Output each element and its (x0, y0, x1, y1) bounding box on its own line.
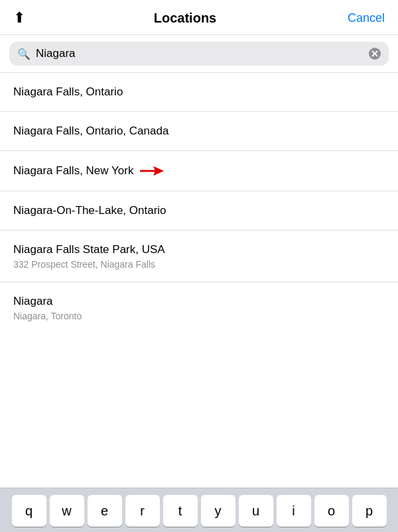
list-item[interactable]: Niagara Falls, Ontario (0, 73, 398, 112)
location-arrow-icon[interactable]: ⬆ (13, 9, 25, 27)
list-item[interactable]: NiagaraNiagara, Toronto (0, 282, 398, 333)
results-list: Niagara Falls, OntarioNiagara Falls, Ont… (0, 73, 398, 488)
result-main-text: Niagara-On-The-Lake, Ontario (13, 203, 385, 218)
search-bar: 🔍 (9, 42, 389, 66)
key-e[interactable]: e (88, 495, 122, 527)
key-t[interactable]: t (163, 495, 198, 527)
search-icon: 🔍 (17, 48, 31, 60)
list-item[interactable]: Niagara-On-The-Lake, Ontario (0, 191, 398, 231)
key-w[interactable]: w (50, 495, 84, 527)
key-u[interactable]: u (239, 495, 273, 527)
search-input[interactable] (36, 47, 364, 60)
header: ⬆ Locations Cancel (0, 0, 398, 35)
page-title: Locations (25, 11, 345, 26)
key-p[interactable]: p (352, 495, 387, 527)
arrow-icon (140, 163, 164, 179)
list-item[interactable]: Niagara Falls, Ontario, Canada (0, 112, 398, 151)
result-main-text: Niagara Falls, Ontario (13, 85, 385, 99)
result-sub-text: Niagara, Toronto (13, 311, 385, 321)
clear-search-button[interactable] (369, 48, 381, 60)
result-main-text: Niagara Falls, New York (13, 163, 385, 179)
keyboard-row: qwertyuiop (3, 495, 395, 527)
key-y[interactable]: y (201, 495, 235, 527)
cancel-button[interactable]: Cancel (345, 11, 385, 25)
search-bar-container: 🔍 (0, 35, 398, 73)
key-o[interactable]: o (314, 495, 349, 527)
list-item[interactable]: Niagara Falls State Park, USA332 Prospec… (0, 231, 398, 282)
key-q[interactable]: q (12, 495, 46, 527)
result-main-text: Niagara Falls State Park, USA (13, 242, 385, 257)
list-item[interactable]: Niagara Falls, New York (0, 151, 398, 191)
keyboard: qwertyuiop (0, 488, 398, 532)
key-i[interactable]: i (277, 495, 311, 527)
result-main-text: Niagara (13, 294, 385, 309)
result-sub-text: 332 Prospect Street, Niagara Falls (13, 259, 385, 270)
key-r[interactable]: r (125, 495, 160, 527)
result-main-text: Niagara Falls, Ontario, Canada (13, 124, 385, 138)
